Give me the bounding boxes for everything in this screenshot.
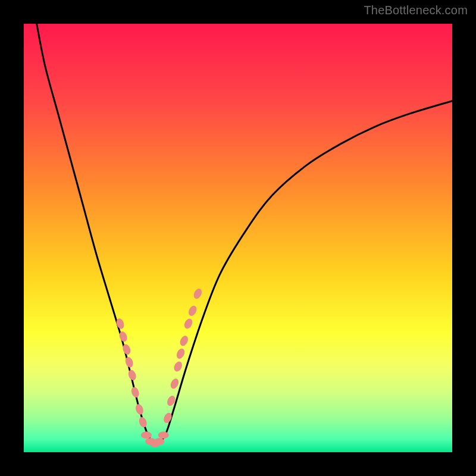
chart-frame: TheBottleneck.com [0, 0, 476, 476]
background-gradient [24, 24, 452, 452]
watermark-text: TheBottleneck.com [364, 4, 468, 17]
svg-rect-0 [24, 24, 452, 452]
plot-area [24, 24, 452, 452]
